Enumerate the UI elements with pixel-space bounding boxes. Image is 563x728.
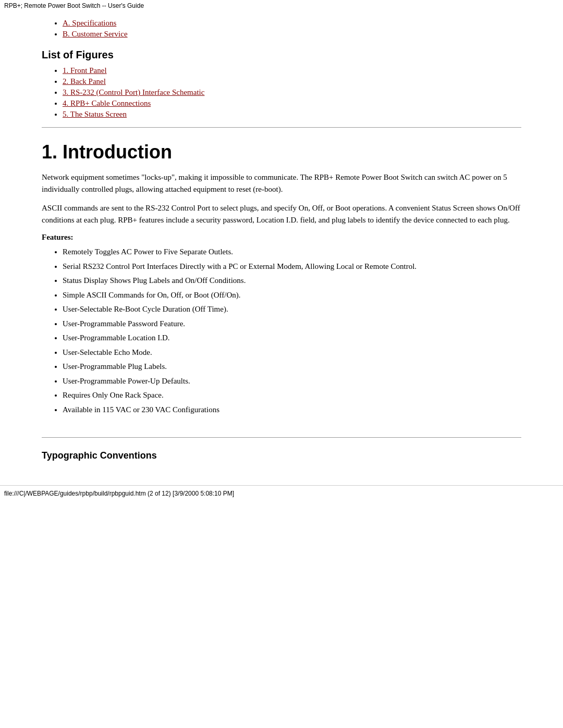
figure-link-2[interactable]: 2. Back Panel <box>63 77 106 85</box>
feature-item-9: User-Programmable Plug Labels. <box>63 361 521 373</box>
figure-link-5[interactable]: 5. The Status Screen <box>63 110 127 118</box>
figure-link-4[interactable]: 4. RPB+ Cable Connections <box>63 99 151 107</box>
feature-item-4: Simple ASCII Commands for On, Off, or Bo… <box>63 289 521 301</box>
divider-2 <box>42 437 521 438</box>
introduction-title: 1. Introduction <box>42 141 521 163</box>
toc-appendix-link-a[interactable]: A. Specifications <box>63 19 116 27</box>
introduction-section: 1. Introduction Network equipment someti… <box>42 136 521 429</box>
feature-item-7: User-Programmable Location I.D. <box>63 332 521 344</box>
feature-item-8: User-Selectable Echo Mode. <box>63 347 521 359</box>
intro-paragraph-2: ASCII commands are sent to the RS-232 Co… <box>42 202 521 226</box>
feature-item-6: User-Programmable Password Feature. <box>63 318 521 330</box>
figure-item-5: 5. The Status Screen <box>63 110 521 119</box>
feature-item-3: Status Display Shows Plug Labels and On/… <box>63 275 521 287</box>
figure-item-1: 1. Front Panel <box>63 66 521 75</box>
feature-item-5: User-Selectable Re-Boot Cycle Duration (… <box>63 303 521 315</box>
list-of-figures-section: List of Figures 1. Front Panel 2. Back P… <box>42 49 521 119</box>
list-of-figures-heading: List of Figures <box>42 49 521 61</box>
figure-link-3[interactable]: 3. RS-232 (Control Port) Interface Schem… <box>63 88 204 96</box>
browser-footer: file:///C|/WEBPAGE/guides/rpbp/build/rpb… <box>0 485 563 501</box>
figure-item-4: 4. RPB+ Cable Connections <box>63 99 521 108</box>
typographic-conventions-section: Typographic Conventions <box>42 446 521 461</box>
page-wrapper: A. Specifications B. Customer Service Li… <box>26 15 537 475</box>
figure-link-1[interactable]: 1. Front Panel <box>63 66 107 75</box>
feature-item-10: User-Programmable Power-Up Defaults. <box>63 375 521 387</box>
browser-header-title: RPB+; Remote Power Boot Switch -- User's… <box>4 2 144 9</box>
figure-item-2: 2. Back Panel <box>63 77 521 86</box>
features-list: Remotely Toggles AC Power to Five Separa… <box>42 246 521 415</box>
feature-item-1: Remotely Toggles AC Power to Five Separa… <box>63 246 521 258</box>
figures-list: 1. Front Panel 2. Back Panel 3. RS-232 (… <box>42 66 521 119</box>
browser-footer-text: file:///C|/WEBPAGE/guides/rpbp/build/rpb… <box>4 490 234 497</box>
toc-appendix-list: A. Specifications B. Customer Service <box>42 19 521 39</box>
browser-header: RPB+; Remote Power Boot Switch -- User's… <box>0 0 563 11</box>
divider-1 <box>42 127 521 128</box>
toc-appendix-link-b[interactable]: B. Customer Service <box>63 30 128 38</box>
feature-item-11: Requires Only One Rack Space. <box>63 389 521 401</box>
intro-paragraph-1: Network equipment sometimes "locks-up", … <box>42 171 521 195</box>
features-heading: Features: <box>42 233 521 242</box>
feature-item-2: Serial RS232 Control Port Interfaces Dir… <box>63 261 521 273</box>
figure-item-3: 3. RS-232 (Control Port) Interface Schem… <box>63 88 521 97</box>
toc-appendix-item-a: A. Specifications <box>63 19 521 28</box>
toc-appendix-item-b: B. Customer Service <box>63 30 521 39</box>
typographic-conventions-heading: Typographic Conventions <box>42 450 521 461</box>
feature-item-12: Available in 115 VAC or 230 VAC Configur… <box>63 404 521 416</box>
